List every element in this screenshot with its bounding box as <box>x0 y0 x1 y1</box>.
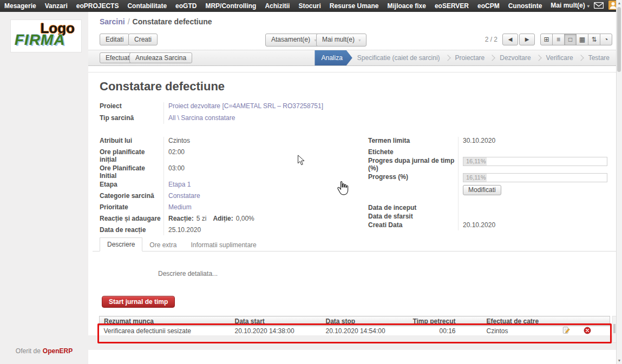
topbar-menu-stocuri[interactable]: Stocuri <box>294 0 325 12</box>
topbar-menu-eoprojects[interactable]: eoPROJECTS <box>72 0 123 12</box>
edit-row-icon[interactable] <box>556 326 576 336</box>
etapa-value[interactable]: Etapa 1 <box>163 180 191 188</box>
tab-ore-extra[interactable]: Ore extra <box>142 239 184 252</box>
statusbar: Efectuat Anuleaza Sarcina AnalizaSpecifi… <box>88 50 617 66</box>
topbar-menu-cunostinte[interactable]: Cunostinte <box>504 0 547 12</box>
breadcrumb-parent-link[interactable]: Sarcini <box>100 17 125 26</box>
view-kanban-button[interactable]: ⊞ <box>540 34 553 45</box>
topbar-menu-resurse-umane[interactable]: Resurse Umane <box>325 0 383 12</box>
inline-value: 0,00% <box>236 215 254 222</box>
field-row-etichete: Etichete <box>368 147 614 156</box>
topbar-menu-more[interactable]: Mai mult(e)▾ <box>546 0 593 12</box>
view-calendar-button[interactable]: ▦ <box>576 34 588 45</box>
create-button[interactable]: Creati <box>128 34 158 45</box>
view-switcher: ⊞≡□▦⇅◔ <box>540 34 612 45</box>
view-graph-button[interactable]: ◔ <box>600 34 612 45</box>
more-dropdown-button[interactable]: Mai mult(e) ▾ <box>316 34 366 47</box>
pager-previous-button[interactable]: ◀ <box>502 34 518 45</box>
progress-field[interactable]: 16,11% <box>463 173 607 182</box>
stage-bar: AnalizaSpecificatie (caiet de sarcini)Pr… <box>315 50 613 65</box>
cell-date-start: 20.10.2020 14:38:00 <box>231 326 322 336</box>
categorie-sarcin-value[interactable]: Constatare <box>163 191 200 200</box>
breadcrumb: Sarcini/Constatare defectiune <box>100 17 212 26</box>
description-placeholder[interactable]: Descriere detaliata... <box>158 270 218 277</box>
view-form-button[interactable]: □ <box>564 34 577 45</box>
cancel-task-button[interactable]: Anuleaza Sarcina <box>129 52 192 63</box>
company-logo: Logo FIRMA <box>10 19 82 52</box>
stage-verificare[interactable]: Verificare <box>542 50 577 65</box>
topbar-menu-mijloace-fixe[interactable]: Mijloace fixe <box>383 0 430 12</box>
view-gantt-button[interactable]: ⇅ <box>588 34 600 45</box>
left-field-group: Atribuit luiCzintosOre planificate iniți… <box>100 136 359 236</box>
table-scrollbar-thumb[interactable] <box>613 324 616 333</box>
data-de-reac-ie-value: 25.10.2020 <box>163 225 201 234</box>
mail-icon[interactable] <box>594 2 604 10</box>
stage-analiza[interactable]: Analiza <box>315 50 352 65</box>
topbar-menu-vanzari[interactable]: Vanzari <box>41 0 72 12</box>
column-header-empty <box>576 316 599 326</box>
topbar-menu-eoserver[interactable]: eoSERVER <box>430 0 473 12</box>
etichete-value <box>458 147 463 148</box>
page-scrollbar[interactable]: ▲ ▼ <box>616 0 622 364</box>
creati-data-value: 20.10.2020 <box>458 220 495 229</box>
main-content: Sarcini/Constatare defectiune Editati Cr… <box>88 12 617 364</box>
topbar-menu-eocpm[interactable]: eoCPM <box>473 0 504 12</box>
field-row-termen-limita: Termen limita30.10.2020 <box>368 136 614 147</box>
stage-specificatie-caiet-de-sarcini[interactable]: Specificatie (caiet de sarcini) <box>353 50 444 65</box>
prioritate-value[interactable]: Medium <box>163 202 192 211</box>
openerp-app: MesagerieVanzarieoPROJECTSContabilitatee… <box>0 0 622 364</box>
tab-informatii-suplimentare[interactable]: Informatii suplimentare <box>184 239 263 252</box>
field-label: Data de reacție <box>100 225 163 234</box>
control-row: Editati Creati Atasament(e) ▾ Mai mult(e… <box>88 34 617 48</box>
column-header-data-stop[interactable]: Data stop <box>322 316 413 326</box>
inline-value: 5 zi <box>197 215 207 222</box>
tasktype-value-link[interactable]: All \ Sarcina constatare <box>163 113 235 122</box>
stage-separator-icon <box>489 55 495 61</box>
column-header-empty <box>599 316 610 326</box>
data-de-sfarsit-value <box>458 211 463 213</box>
topbar-menu-mrp-controlling[interactable]: MRP/Controlling <box>201 0 260 12</box>
progress-value: 16,11% <box>466 174 486 182</box>
view-list-button[interactable]: ≡ <box>552 34 565 45</box>
openerp-brand-link[interactable]: OpenERP <box>43 347 73 355</box>
scrollbar-thumb[interactable] <box>617 7 621 72</box>
delete-row-icon[interactable] <box>576 326 599 336</box>
cell-filler <box>599 326 610 336</box>
field-label: Categorie sarcină <box>100 191 163 200</box>
tab-descriere[interactable]: Descriere <box>100 237 142 252</box>
attachments-dropdown-button[interactable]: Atasament(e) ▾ <box>265 34 322 47</box>
column-header-data-start[interactable]: Data start <box>231 316 322 326</box>
column-header-timp-petrecut[interactable]: Timp petrecut <box>413 316 459 326</box>
field-row-categorie-sarcin: Categorie sarcinăConstatare <box>100 191 359 202</box>
ore-planificate-ini-ial-value: 02:00 <box>163 147 185 156</box>
scroll-down-icon[interactable]: ▼ <box>617 358 622 363</box>
sidebar: Logo FIRMA Oferit deOpenERP <box>0 12 89 364</box>
field-label: Atribuit lui <box>100 136 163 144</box>
modificati-button[interactable]: Modificati <box>463 185 501 195</box>
column-header-efectuat-de-catre[interactable]: Efectuat de catre <box>459 316 556 326</box>
powered-by: Oferit deOpenERP <box>0 347 88 355</box>
breadcrumb-separator: / <box>125 17 133 26</box>
content-footer <box>88 335 617 350</box>
field-row-project: Proiect Proiect dezvoltare [C=4AMETAL SR… <box>100 101 359 113</box>
topbar-menu-achizitii[interactable]: Achizitii <box>260 0 294 12</box>
topbar-menu-eogtd[interactable]: eoGTD <box>171 0 201 12</box>
pager-count: 2 / 2 <box>485 36 497 43</box>
topbar: MesagerieVanzarieoPROJECTSContabilitatee… <box>0 0 617 12</box>
project-value-link[interactable]: Proiect dezvoltare [C=4AMETAL SRL – RO37… <box>163 101 323 110</box>
scroll-up-icon[interactable]: ▲ <box>617 1 622 6</box>
stage-proiectare[interactable]: Proiectare <box>451 50 489 65</box>
edit-button[interactable]: Editati <box>100 34 129 45</box>
atribuit-lui-value: Czintos <box>163 136 190 144</box>
chevron-down-icon: ▾ <box>358 38 361 43</box>
progress-field[interactable]: 16,11% <box>463 157 607 166</box>
topbar-menu-mesagerie[interactable]: Mesagerie <box>0 0 41 12</box>
worklog-row[interactable]: Verificarea defectiunii sesizate20.10.20… <box>100 326 610 336</box>
stage-dezvoltare[interactable]: Dezvoltare <box>496 50 534 65</box>
column-header-rezumat-munca[interactable]: Rezumat munca <box>100 316 231 326</box>
start-timesheet-button[interactable]: Start jurnal de timp <box>102 296 175 308</box>
composite-value: Reacție:5 ziAdiție:0,00% <box>163 214 261 222</box>
stage-testare[interactable]: Testare <box>585 50 613 65</box>
topbar-menu-contabilitate[interactable]: Contabilitate <box>123 0 171 12</box>
pager-next-button[interactable]: ▶ <box>519 34 535 45</box>
